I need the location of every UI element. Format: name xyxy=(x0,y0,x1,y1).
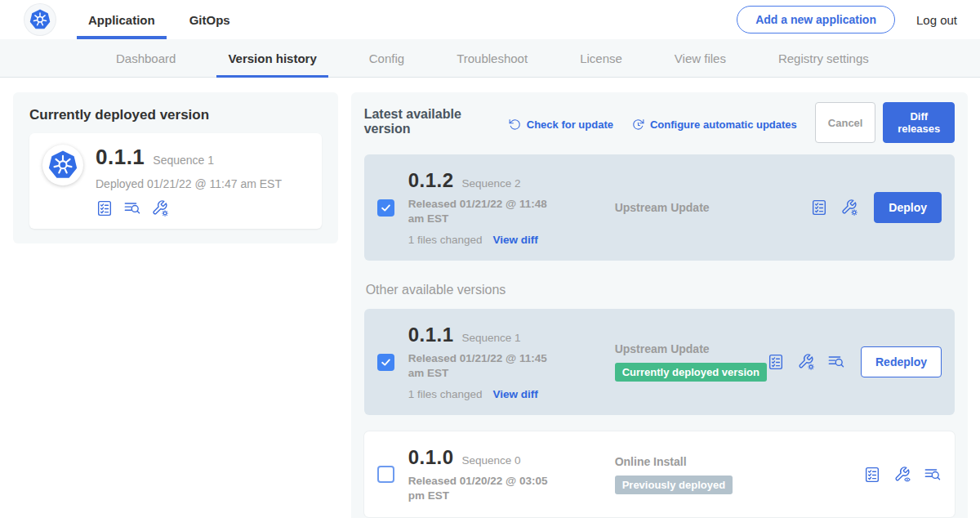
deployed-version-number: 0.1.1 xyxy=(96,145,145,170)
main-content: Currently deployed version xyxy=(0,78,980,518)
add-application-button[interactable]: Add a new application xyxy=(737,6,895,33)
deployed-sequence: Sequence 1 xyxy=(153,154,214,167)
subnav-registry-settings-label: Registry settings xyxy=(778,51,869,65)
available-versions-panel: Latest available version Check for updat… xyxy=(351,92,968,518)
view-logs-icon[interactable] xyxy=(123,199,141,217)
subnav-license-label: License xyxy=(580,51,622,65)
subnav-troubleshoot-label: Troubleshoot xyxy=(457,51,528,65)
kubernetes-wheel-icon xyxy=(28,7,52,32)
view-diff-link[interactable]: View diff xyxy=(492,388,537,400)
tab-gitops[interactable]: GitOps xyxy=(180,0,240,39)
version-released: Released 01/21/22 @ 11:48 am EST xyxy=(408,197,564,226)
app-subnav: Dashboard Version history Config Trouble… xyxy=(0,39,980,78)
release-notes-icon[interactable] xyxy=(96,199,114,217)
subnav-dashboard[interactable]: Dashboard xyxy=(105,39,187,77)
version-checkbox[interactable] xyxy=(377,466,394,483)
version-sequence: Sequence 2 xyxy=(462,177,521,190)
tab-application[interactable]: Application xyxy=(78,0,165,39)
subnav-view-files-label: View files xyxy=(675,51,726,65)
files-changed: 1 files changed xyxy=(408,234,483,246)
configure-automatic-updates-label: Configure automatic updates xyxy=(650,118,797,131)
release-notes-icon[interactable] xyxy=(767,353,785,371)
currently-deployed-card: 0.1.1 Sequence 1 Deployed 01/21/22 @ 11:… xyxy=(29,133,322,229)
edit-config-icon[interactable] xyxy=(797,353,815,371)
version-source: Online Install Previously deployed xyxy=(615,455,733,494)
configure-automatic-updates-link[interactable]: Configure automatic updates xyxy=(631,118,797,132)
version-number: 0.1.1 xyxy=(408,324,454,346)
currently-deployed-title: Currently deployed version xyxy=(29,107,322,123)
top-bar: Application GitOps Add a new application… xyxy=(0,0,980,39)
version-actions: Redeploy xyxy=(767,346,942,377)
top-nav: Application GitOps xyxy=(78,0,255,39)
version-row-0-1-0: 0.1.0 Sequence 0 Released 01/20/22 @ 03:… xyxy=(364,431,955,517)
available-header: Latest available version Check for updat… xyxy=(364,105,955,143)
version-row-0-1-2: 0.1.2 Sequence 2 Released 01/21/22 @ 11:… xyxy=(364,154,955,261)
version-checkbox[interactable] xyxy=(377,354,394,371)
check-icon xyxy=(380,202,392,214)
currently-deployed-badge: Currently deployed version xyxy=(615,363,767,382)
view-logs-icon[interactable] xyxy=(924,466,942,484)
subnav-config-label: Config xyxy=(369,51,404,65)
view-config-icon[interactable] xyxy=(893,466,911,484)
tab-application-label: Application xyxy=(88,13,155,27)
subnav-config[interactable]: Config xyxy=(358,39,416,77)
subnav-version-history[interactable]: Version history xyxy=(216,39,327,77)
previously-deployed-badge: Previously deployed xyxy=(615,476,733,494)
other-available-versions-label: Other available versions xyxy=(366,283,955,297)
version-number: 0.1.2 xyxy=(408,169,454,192)
subnav-license[interactable]: License xyxy=(568,39,634,77)
check-for-update-link[interactable]: Check for update xyxy=(508,118,613,132)
diff-releases-button[interactable]: Diff releases xyxy=(883,102,955,143)
release-notes-icon[interactable] xyxy=(863,466,881,484)
version-released: Released 01/21/22 @ 11:45 am EST xyxy=(408,351,564,380)
subnav-troubleshoot[interactable]: Troubleshoot xyxy=(445,39,539,77)
tab-gitops-label: GitOps xyxy=(189,13,230,27)
redeploy-button[interactable]: Redeploy xyxy=(861,346,942,377)
check-for-update-label: Check for update xyxy=(527,118,613,131)
source-label: Upstream Update xyxy=(615,342,710,355)
version-info: 0.1.1 Sequence 1 Released 01/21/22 @ 11:… xyxy=(408,324,576,400)
currently-deployed-panel: Currently deployed version xyxy=(13,92,338,243)
deploy-button[interactable]: Deploy xyxy=(874,192,942,223)
subnav-version-history-label: Version history xyxy=(228,51,316,65)
app-logo xyxy=(42,145,83,185)
view-diff-link[interactable]: View diff xyxy=(492,234,537,246)
view-logs-icon[interactable] xyxy=(827,353,845,371)
version-sequence: Sequence 1 xyxy=(462,332,521,344)
version-actions xyxy=(863,466,942,484)
kubernetes-logo xyxy=(24,4,56,35)
subnav-dashboard-label: Dashboard xyxy=(116,51,176,65)
logout-link[interactable]: Log out xyxy=(916,13,957,27)
version-actions: Deploy xyxy=(810,192,942,223)
version-checkbox[interactable] xyxy=(377,199,394,217)
kubernetes-wheel-icon xyxy=(46,148,80,182)
source-label: Online Install xyxy=(615,455,687,468)
deployed-version-info: 0.1.1 Sequence 1 Deployed 01/21/22 @ 11:… xyxy=(96,145,282,217)
version-source: Upstream Update xyxy=(615,201,710,214)
cancel-button[interactable]: Cancel xyxy=(815,102,876,143)
latest-available-title: Latest available version xyxy=(364,107,495,136)
release-notes-icon[interactable] xyxy=(810,199,828,217)
subnav-view-files[interactable]: View files xyxy=(663,39,737,77)
source-label: Upstream Update xyxy=(615,201,710,214)
edit-config-icon[interactable] xyxy=(151,199,169,217)
subnav-registry-settings[interactable]: Registry settings xyxy=(767,39,880,77)
version-row-0-1-1: 0.1.1 Sequence 1 Released 01/21/22 @ 11:… xyxy=(364,309,955,415)
version-info: 0.1.2 Sequence 2 Released 01/21/22 @ 11:… xyxy=(408,169,576,246)
auto-update-icon xyxy=(631,118,645,132)
version-source: Upstream Update Currently deployed versi… xyxy=(615,342,767,382)
edit-config-icon[interactable] xyxy=(840,199,858,217)
version-info: 0.1.0 Sequence 0 Released 01/20/22 @ 03:… xyxy=(408,446,576,502)
files-changed: 1 files changed xyxy=(408,388,483,400)
deployed-timestamp: Deployed 01/21/22 @ 11:47 am EST xyxy=(96,177,282,190)
version-released: Released 01/20/22 @ 03:05 pm EST xyxy=(408,474,564,502)
version-number: 0.1.0 xyxy=(408,446,454,469)
version-sequence: Sequence 0 xyxy=(462,454,521,467)
check-update-icon xyxy=(508,118,522,132)
header-actions: Cancel Diff releases xyxy=(815,102,955,143)
check-icon xyxy=(380,356,392,368)
